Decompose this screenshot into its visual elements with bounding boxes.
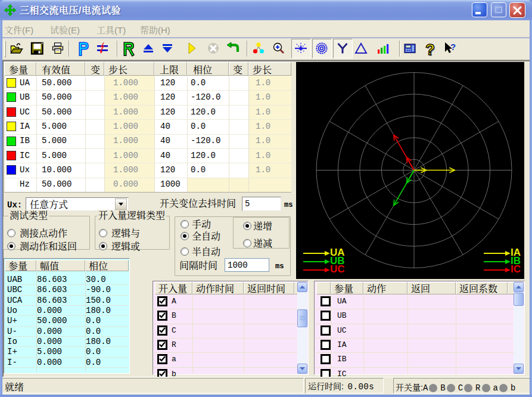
svg-text:?: ? bbox=[450, 42, 456, 52]
svg-text:UC: UC bbox=[330, 263, 345, 275]
svg-text:IC: IC bbox=[511, 263, 521, 275]
